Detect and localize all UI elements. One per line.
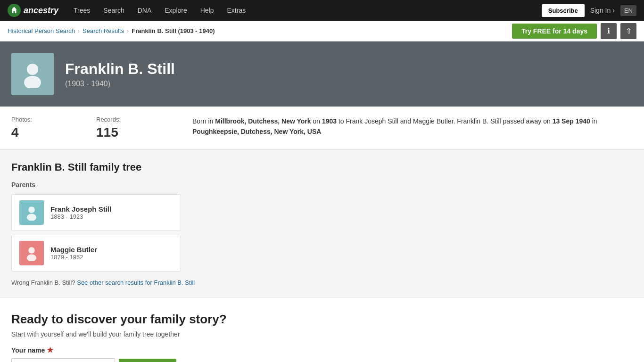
info-icon: ℹ [607, 26, 610, 35]
death-date: 13 Sep 1940 [553, 117, 590, 125]
nav-explore[interactable]: Explore [159, 0, 192, 21]
family-tree-title: Franklin B. Still family tree [11, 161, 633, 173]
mother-avatar [19, 241, 44, 265]
hero-avatar [11, 53, 54, 95]
breadcrumb-sep-1: › [78, 28, 80, 34]
breadcrumb-historical[interactable]: Historical Person Search [8, 27, 75, 34]
cta-subtitle: Start with yourself and we'll build your… [11, 330, 633, 338]
logo-icon [8, 4, 21, 17]
breadcrumb-bar: Historical Person Search › Search Result… [0, 21, 644, 41]
mother-info: Maggie Butler 1879 - 1952 [50, 246, 97, 261]
bio-text: Born in Millbrook, Dutchess, New York on… [181, 116, 633, 140]
wrong-text: Wrong Franklin B. Still? See other searc… [11, 279, 633, 286]
wrong-label: Wrong Franklin B. Still? [11, 279, 75, 286]
person-name: Franklin B. Still [65, 60, 175, 78]
svg-point-1 [24, 76, 41, 88]
nav-help[interactable]: Help [195, 0, 220, 21]
parents-label: Parents [11, 181, 633, 189]
cta-section: Ready to discover your family story? Sta… [0, 297, 644, 362]
nav-items: Trees Search DNA Explore Help Extras [68, 0, 542, 21]
death-location: Poughkeepsie, Dutchess, New York, USA [192, 128, 321, 135]
signin-label: Sign In [590, 7, 611, 14]
share-button[interactable]: ⇧ [620, 23, 636, 39]
mother-years: 1879 - 1952 [50, 254, 97, 261]
family-tree-section: Franklin B. Still family tree Parents Fr… [0, 150, 644, 297]
cta-input-row: Get started [11, 358, 633, 362]
nav-search[interactable]: Search [98, 0, 130, 21]
svg-point-5 [27, 255, 36, 261]
logo-text: ancestry [24, 6, 58, 16]
records-value: 115 [96, 125, 181, 140]
father-years: 1883 - 1923 [50, 213, 111, 220]
svg-point-2 [28, 206, 35, 213]
nav-right: Subscribe Sign In › EN [542, 4, 636, 17]
ancestry-logo[interactable]: ancestry [8, 4, 58, 17]
svg-point-4 [28, 247, 35, 254]
nav-dna[interactable]: DNA [132, 0, 157, 21]
photos-block: Photos: 4 [11, 116, 96, 140]
nav-extras[interactable]: Extras [222, 0, 252, 21]
father-name: Frank Joseph Still [50, 205, 111, 213]
subscribe-button[interactable]: Subscribe [542, 4, 585, 17]
photos-value: 4 [11, 125, 96, 140]
required-star: ★ [47, 346, 53, 354]
breadcrumb-search-results[interactable]: Search Results [83, 27, 124, 34]
share-icon: ⇧ [626, 26, 632, 35]
hero-section: Franklin B. Still (1903 - 1940) [0, 41, 644, 107]
try-free-button[interactable]: Try FREE for 14 days [512, 24, 597, 39]
language-button[interactable]: EN [620, 5, 636, 16]
mother-name: Maggie Butler [50, 246, 97, 254]
breadcrumb-current: Franklin B. Still (1903 - 1940) [132, 27, 215, 34]
get-started-button[interactable]: Get started [119, 359, 176, 362]
svg-point-3 [27, 214, 36, 221]
parent-card-mother[interactable]: Maggie Butler 1879 - 1952 [11, 235, 181, 272]
signin-link[interactable]: Sign In › [590, 7, 615, 14]
cta-name-label: Your name ★ [11, 346, 633, 354]
person-years: (1903 - 1940) [65, 80, 175, 88]
cta-title: Ready to discover your family story? [11, 312, 633, 327]
photos-label: Photos: [11, 116, 96, 123]
hero-info: Franklin B. Still (1903 - 1940) [65, 60, 175, 88]
svg-point-0 [27, 64, 38, 75]
father-info: Frank Joseph Still 1883 - 1923 [50, 205, 111, 220]
info-button[interactable]: ℹ [601, 23, 617, 39]
nav-trees[interactable]: Trees [68, 0, 96, 21]
born-location: Millbrook, Dutchess, New York [215, 117, 311, 125]
breadcrumb: Historical Person Search › Search Result… [8, 27, 215, 34]
records-label: Records: [96, 116, 181, 123]
signin-arrow: › [612, 7, 615, 14]
breadcrumb-actions: Try FREE for 14 days ℹ ⇧ [512, 23, 636, 39]
records-block: Records: 115 [96, 116, 181, 140]
wrong-link[interactable]: See other search results for Franklin B.… [77, 279, 195, 286]
your-name-input[interactable] [11, 358, 115, 362]
parent-card-father[interactable]: Frank Joseph Still 1883 - 1923 [11, 194, 181, 231]
born-year: 1903 [322, 117, 337, 125]
name-label-text: Your name [11, 346, 45, 354]
father-avatar [19, 200, 44, 225]
stats-row: Photos: 4 Records: 115 Born in Millbrook… [0, 107, 644, 150]
breadcrumb-sep-2: › [127, 28, 129, 34]
top-navigation: ancestry Trees Search DNA Explore Help E… [0, 0, 644, 21]
